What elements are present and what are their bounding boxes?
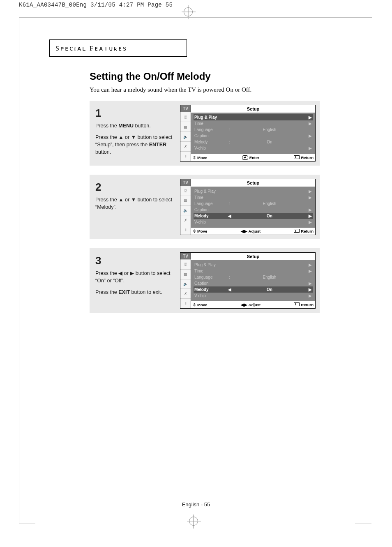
- intro-text: You can hear a melody sound when the TV …: [90, 86, 320, 93]
- osd-title: Setup: [191, 105, 315, 113]
- osd-tab-icon: ⦀: [180, 225, 191, 235]
- osd-tab-icon: ▦: [180, 196, 191, 206]
- osd-tab-sidebar: TV⍰▦🔈✗⦀: [180, 105, 191, 162]
- chevron-right-icon: ▶: [308, 121, 312, 126]
- osd-footer-label: Enter: [249, 155, 259, 160]
- osd-menu-row: V-chip▶: [194, 219, 313, 225]
- osd-footer-hint: Return: [294, 229, 314, 233]
- osd-footer-hint: ◀▶Adjust: [241, 302, 261, 307]
- osd-menu-body: SetupPlug & Play▶Time▶Language:EnglishCa…: [191, 105, 316, 162]
- osd-footer: ⇳Move◀▶AdjustReturn: [191, 228, 315, 235]
- osd-footer-label: Move: [197, 302, 207, 307]
- osd-title: Setup: [191, 179, 315, 187]
- nav-glyph-icon: ⇳: [193, 155, 196, 160]
- step-number: 2: [95, 180, 175, 195]
- osd-footer-hint: ⇳Move: [193, 302, 207, 307]
- nav-glyph-icon: ⇳: [193, 229, 196, 233]
- osd-tab-icon: 🔈: [180, 132, 191, 142]
- menu-item-label: Plug & Play: [194, 189, 226, 194]
- print-header: K61A_AA03447B_00Eng 3/11/05 4:27 PM Page…: [19, 2, 173, 8]
- osd-menu-row: Plug & Play▶: [194, 188, 313, 194]
- menu-item-label: Caption: [194, 281, 226, 286]
- osd-menu-row: Language:English: [194, 127, 313, 133]
- osd-footer-label: Adjust: [249, 229, 261, 233]
- return-icon: [294, 155, 300, 160]
- menu-item-label: Language: [194, 127, 226, 132]
- chevron-right-icon: ▶: [308, 269, 312, 273]
- section-header-box: Sᴘᴇᴄɪᴀʟ Fᴇᴀᴛᴜʀᴇꜱ: [49, 39, 187, 57]
- menu-item-label: Time: [194, 121, 226, 126]
- menu-item-label: V-chip: [194, 220, 226, 224]
- menu-item-label: Language: [194, 275, 226, 279]
- chevron-right-icon: ▶: [308, 189, 312, 194]
- return-icon: [294, 229, 300, 233]
- osd-menu-row: V-chip▶: [194, 145, 313, 151]
- step-block: 1Press the MENU button.Press the ▲ or ▼ …: [90, 101, 320, 166]
- chevron-right-icon: ▶: [308, 115, 312, 120]
- osd-menu-row: Melody:On: [194, 139, 313, 145]
- page-title: Setting the On/Off Melody: [90, 71, 320, 82]
- osd-menu-row: V-chip▶: [194, 293, 313, 299]
- menu-item-value: English: [233, 201, 306, 206]
- osd-menu-row: Caption▶: [194, 207, 313, 213]
- step-paragraph: Press the ◀ or ▶ button to select “On” o…: [95, 270, 175, 284]
- osd-tab-icon: ⦀: [180, 299, 191, 308]
- menu-item-label: V-chip: [194, 293, 226, 298]
- osd-footer-label: Return: [301, 302, 314, 307]
- page-footer: English - 55: [0, 501, 392, 508]
- chevron-right-icon: ▶: [308, 263, 312, 267]
- osd-footer: ⇳Move◀▶AdjustReturn: [191, 301, 315, 308]
- osd-tab-icon: ▦: [180, 122, 191, 132]
- menu-item-label: Melody: [194, 140, 226, 144]
- button-reference: ENTER: [149, 142, 166, 148]
- osd-tab-icon: 🔈: [180, 279, 191, 289]
- menu-item-label: Time: [194, 195, 226, 200]
- osd-footer-hint: ↵Enter: [242, 155, 259, 160]
- osd-footer-label: Return: [301, 229, 314, 233]
- osd-menu-list: Plug & Play▶Time▶Language:EnglishCaption…: [191, 260, 315, 301]
- osd-footer-hint: ◀▶Adjust: [241, 229, 261, 233]
- chevron-right-icon: ▶: [308, 281, 312, 286]
- registration-mark-icon: [184, 7, 193, 16]
- menu-item-value: English: [233, 275, 306, 279]
- osd-tab-icon: ✗: [180, 142, 191, 152]
- osd-tab-icon: TV: [180, 105, 191, 112]
- osd-tab-icon: ✗: [180, 215, 191, 225]
- osd-tab-icon: 🔈: [180, 206, 191, 216]
- nav-glyph-icon: ◀▶: [241, 229, 247, 233]
- osd-tab-icon: ⍰: [180, 112, 191, 122]
- nav-glyph-icon: ◀▶: [241, 302, 247, 307]
- button-reference: MENU: [118, 123, 134, 129]
- chevron-right-icon: ▶: [308, 293, 312, 298]
- menu-item-separator: ◀: [228, 287, 231, 292]
- crop-mark-icon: [19, 508, 19, 524]
- chevron-right-icon: ▶: [308, 146, 312, 150]
- osd-menu-row: Plug & Play▶: [194, 114, 313, 120]
- osd-menu-list: Plug & Play▶Time▶Language:EnglishCaption…: [191, 113, 315, 154]
- menu-item-label: Melody: [194, 214, 226, 218]
- step-block: 3Press the ◀ or ▶ button to select “On” …: [90, 248, 320, 313]
- osd-tab-icon: TV: [180, 179, 191, 186]
- chevron-right-icon: ▶: [308, 220, 312, 224]
- osd-menu-row: Melody◀On▶: [194, 286, 313, 293]
- menu-item-value: On: [233, 140, 306, 144]
- osd-screenshot: TV⍰▦🔈✗⦀SetupPlug & Play▶Time▶Language:En…: [180, 179, 316, 235]
- osd-menu-row: Language:English: [194, 274, 313, 280]
- osd-footer-hint: Return: [294, 302, 314, 307]
- osd-tab-icon: TV: [180, 253, 191, 260]
- menu-item-label: Time: [194, 269, 226, 273]
- step-instructions: 3Press the ◀ or ▶ button to select “On” …: [94, 252, 176, 309]
- osd-footer-label: Move: [197, 155, 207, 160]
- enter-icon: ↵: [242, 155, 248, 160]
- menu-item-label: Caption: [194, 208, 226, 212]
- chevron-right-icon: ▶: [308, 214, 312, 218]
- crop-mark-icon: [355, 524, 371, 524]
- osd-tab-icon: ⍰: [180, 260, 191, 270]
- menu-item-value: English: [233, 127, 306, 132]
- button-reference: EXIT: [118, 289, 130, 295]
- osd-screenshot: TV⍰▦🔈✗⦀SetupPlug & Play▶Time▶Language:En…: [180, 105, 316, 162]
- step-number: 1: [95, 106, 175, 121]
- osd-footer-label: Adjust: [249, 302, 261, 307]
- osd-menu-row: Caption▶: [194, 280, 313, 286]
- osd-tab-icon: ✗: [180, 289, 191, 299]
